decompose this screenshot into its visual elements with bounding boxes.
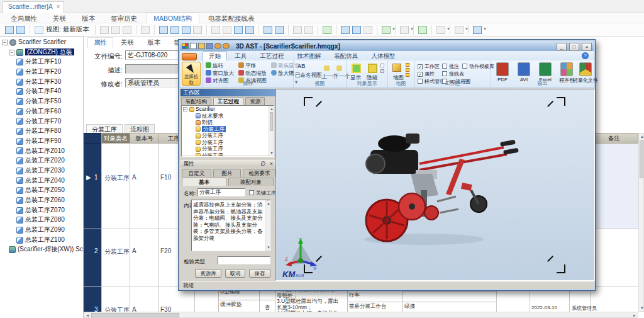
vertical-scrollbar[interactable] — [638, 133, 644, 312]
pdf-icon[interactable] — [496, 62, 509, 76]
excel-icon[interactable] — [539, 62, 552, 76]
maximize-button[interactable]: □ — [569, 43, 579, 51]
layer-mid-icon[interactable] — [170, 26, 179, 34]
tree-item[interactable]: 分装工序F20 — [0, 67, 83, 77]
wk-tree-item[interactable]: 技术要求 — [182, 113, 274, 120]
save-icon[interactable] — [16, 26, 25, 34]
copy-doc-icon[interactable] — [293, 26, 302, 34]
tree-item[interactable]: 分装工序F80 — [0, 126, 83, 136]
undo-icon[interactable] — [214, 43, 221, 49]
save-icon[interactable] — [206, 43, 213, 49]
pick-word-button[interactable]: 取词 — [225, 269, 245, 278]
close-button[interactable]: × — [582, 43, 592, 51]
scrollbar-thumb[interactable] — [91, 313, 179, 317]
tree-vertical-scrollbar[interactable] — [269, 106, 274, 156]
ribbon-tab-tech-diagram[interactable]: 技术图解 — [291, 52, 326, 61]
scroll-right-icon[interactable] — [631, 312, 638, 318]
tab-relations[interactable]: 关联 — [115, 38, 140, 48]
dynamic-zoom-button[interactable]: 动态缩放 — [238, 70, 267, 77]
tree-root[interactable]: −Scarifier Scarifier — [0, 37, 83, 47]
pin-icon[interactable] — [261, 161, 265, 166]
tab-mabom-structure[interactable]: MABOM结构 — [146, 13, 199, 23]
tree-item[interactable]: 分装工序F90 — [0, 136, 83, 146]
tree-group-zongzh[interactable]: −(ZONGZH) 总装 — [0, 47, 83, 57]
window-title-bar[interactable]: 3D AST - [ScarifierScarifier.hmqgx] _ □ … — [180, 41, 594, 51]
settings-menu-icon[interactable] — [436, 26, 445, 34]
cell-version[interactable]: A — [132, 247, 136, 254]
tab-global-props[interactable]: 全局属性 — [4, 13, 44, 24]
tree-item[interactable]: 总装工序Z080 — [0, 215, 83, 225]
tree-item[interactable]: 分装工序F40 — [0, 86, 83, 96]
collapse-icon[interactable]: − — [2, 40, 8, 45]
sync-icon[interactable] — [5, 26, 14, 34]
document-tab[interactable]: Scarifie...rifier]A× — [3, 1, 64, 13]
tree-item[interactable]: 总装工序Z090 — [0, 225, 83, 235]
magnifier-button[interactable]: 放大镜 — [271, 70, 294, 77]
column-header-version[interactable]: 版本号 — [130, 133, 159, 144]
tab-custom[interactable]: 自定义 — [182, 169, 211, 177]
tree-item[interactable]: 总装工序Z050 — [0, 185, 83, 195]
check-properties[interactable]: 属性 — [418, 71, 435, 77]
layer-off-icon[interactable] — [193, 26, 202, 34]
wk-tree-item[interactable]: 分装工序 — [182, 145, 274, 152]
doc-menu-icon[interactable] — [400, 26, 409, 34]
scrollbar-thumb[interactable] — [640, 140, 643, 178]
list-icon[interactable] — [352, 26, 361, 34]
arrow-down-icon[interactable] — [245, 26, 254, 34]
name-input[interactable] — [197, 188, 245, 196]
cell-empty[interactable] — [402, 292, 497, 302]
tab-relation[interactable]: 关联 — [46, 13, 73, 24]
tree-item[interactable]: 总装工序Z100 — [0, 235, 83, 245]
modifier-input[interactable] — [125, 78, 179, 88]
select-pick-button[interactable]: 选择拾取 — [182, 62, 201, 86]
redo-icon[interactable] — [223, 43, 230, 49]
layer-del-icon[interactable] — [182, 26, 191, 34]
scroll-down-icon[interactable] — [639, 305, 644, 311]
next-view-button[interactable] — [336, 65, 343, 72]
compare-icon[interactable] — [100, 26, 109, 34]
chart-icon[interactable] — [264, 26, 272, 34]
workspace-panel-header[interactable]: 工作区 — [180, 89, 275, 96]
tree-item[interactable]: 总装工序Z020 — [0, 156, 83, 166]
resource-lib-button[interactable]: 资源库 — [195, 269, 221, 278]
tree-item[interactable]: 总装工序Z010 — [0, 146, 83, 156]
program-package-icon[interactable] — [560, 62, 573, 76]
tree-item[interactable]: 分装工序F50 — [0, 96, 83, 106]
settings2-menu-icon[interactable] — [455, 26, 464, 34]
scroll-left-icon[interactable] — [84, 312, 91, 318]
comment-icon[interactable] — [304, 26, 313, 34]
ribbon-tab-start[interactable]: 开始 — [203, 51, 227, 61]
tree-item[interactable]: 总装工序Z040 — [0, 176, 83, 186]
checkin-icon[interactable] — [123, 26, 131, 34]
tree-item[interactable]: 分装工序F60 — [0, 106, 83, 116]
rotate-button[interactable]: 旋转 — [206, 62, 223, 70]
ribbon-tab-assembly-sim[interactable]: 装配仿真 — [328, 52, 364, 61]
column-header-note[interactable]: 备注 — [590, 133, 638, 144]
tree-item[interactable]: 总装工序Z070 — [0, 205, 83, 215]
show-all-icon[interactable] — [380, 64, 384, 67]
ribbon-tab-tools[interactable]: 工具 — [229, 52, 252, 61]
wk-tree-item[interactable]: 分装工序 — [182, 132, 274, 139]
check-wiring-table[interactable]: 接线表 — [442, 71, 464, 77]
check-annotations[interactable]: 批注 — [442, 63, 459, 70]
folder-sync-icon[interactable] — [418, 26, 427, 34]
tab-wiring-table[interactable]: 电器装配接线表 — [201, 13, 262, 24]
view-doc-icon[interactable] — [35, 26, 43, 34]
hide-icon[interactable] — [368, 64, 377, 73]
help-icon[interactable]: ? — [582, 52, 589, 59]
tab-resources[interactable]: 资源 — [245, 97, 265, 105]
file-no-input[interactable] — [125, 50, 179, 60]
column-header-name[interactable]: 对象类名称 — [101, 133, 130, 144]
tree-item[interactable]: 分装工序F30 — [0, 77, 83, 87]
tab-picture[interactable]: 图片 — [213, 169, 241, 177]
prev-view-button[interactable] — [324, 65, 331, 72]
add-node-icon[interactable] — [323, 26, 331, 34]
hide-all-icon[interactable] — [380, 69, 384, 73]
tree-item[interactable]: 总装工序Z030 — [0, 166, 83, 176]
ribbon-tab-process[interactable]: 工艺过程 — [254, 52, 289, 61]
calendar-icon[interactable] — [275, 26, 284, 34]
tab-version[interactable]: 版本 — [75, 13, 102, 24]
wk-tree-item[interactable]: 分装工序 — [182, 152, 274, 157]
move-down-icon[interactable] — [223, 26, 231, 34]
tab-versions[interactable]: 版本 — [142, 38, 166, 48]
